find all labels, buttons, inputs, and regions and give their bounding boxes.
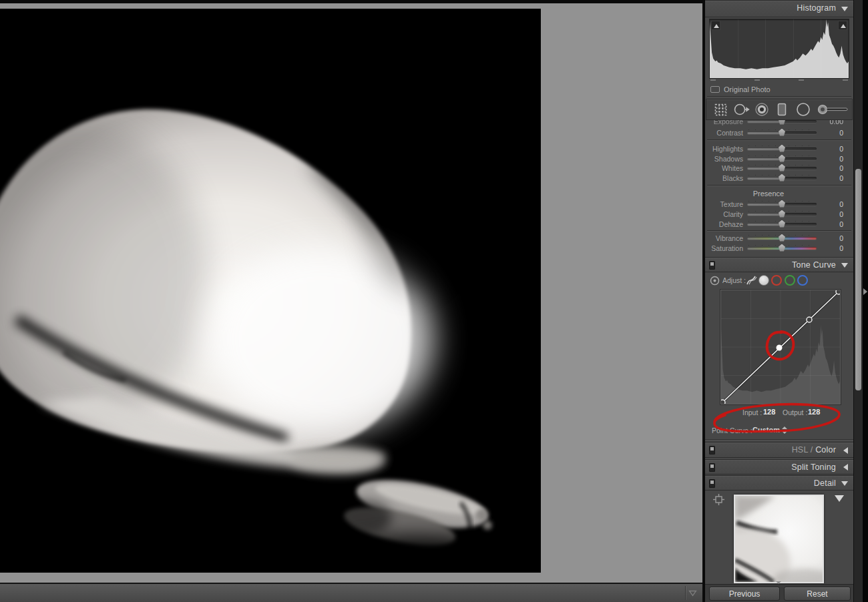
slider-knob[interactable]	[779, 155, 785, 162]
reset-button[interactable]: Reset	[784, 587, 851, 601]
blacks-slider[interactable]	[747, 177, 817, 180]
graduated-filter-icon[interactable]	[773, 99, 791, 119]
slider-knob[interactable]	[779, 220, 785, 228]
point-curve-dropdown-icon[interactable]	[781, 426, 787, 434]
split-toning-title: Split Toning	[791, 463, 836, 472]
point-curve-label: Point Curve :	[712, 426, 752, 434]
panel-toggle-switch[interactable]	[709, 446, 715, 455]
panel-toggle-switch[interactable]	[709, 261, 715, 270]
shadow-clipping-indicator[interactable]	[711, 21, 720, 30]
slider-knob[interactable]	[779, 120, 785, 125]
detail-zoom-preview[interactable]	[734, 495, 824, 583]
radial-filter-icon[interactable]	[795, 99, 812, 119]
scrollbar-thumb[interactable]	[855, 169, 861, 390]
chevron-down-icon[interactable]	[841, 481, 848, 486]
photo-figure	[0, 9, 541, 573]
develop-right-panel: Histogram Original Photo	[702, 0, 853, 602]
original-photo-row[interactable]: Original Photo	[710, 85, 771, 94]
whites-slider[interactable]	[747, 167, 817, 170]
targeted-adjustment-icon[interactable]	[710, 276, 720, 286]
dehaze-slider[interactable]	[747, 223, 817, 226]
panel-toggle-switch[interactable]	[709, 463, 715, 472]
chevron-down-icon[interactable]	[841, 7, 848, 11]
histogram-title: Histogram	[797, 3, 836, 13]
original-photo-label: Original Photo	[724, 85, 771, 93]
detail-preview-disclosure-icon[interactable]	[835, 495, 844, 502]
chevron-left-icon[interactable]	[843, 464, 848, 471]
slider-value[interactable]: 0	[817, 210, 853, 218]
adjustment-brush-icon[interactable]	[816, 99, 851, 119]
blacks-row: Blacks 0	[705, 173, 853, 183]
panel-toggle-switch[interactable]	[709, 479, 715, 488]
split-toning-panel-header[interactable]: Split Toning	[705, 459, 853, 475]
slider-value[interactable]: 0	[817, 174, 853, 182]
blue-channel-dot[interactable]	[797, 275, 808, 286]
curve-lines	[721, 290, 840, 404]
slider-value[interactable]: 0	[817, 234, 853, 242]
slider-label: Saturation	[705, 244, 743, 252]
slider-knob[interactable]	[779, 145, 785, 152]
hsl-color-panel-header[interactable]: HSL / Color	[705, 442, 853, 458]
red-eye-icon[interactable]	[753, 99, 771, 119]
slider-knob[interactable]	[779, 129, 785, 136]
output-label: Output :	[783, 408, 807, 416]
vibrance-slider[interactable]	[747, 237, 817, 240]
slider-value[interactable]: 0	[817, 244, 853, 252]
separator	[707, 139, 851, 141]
point-curve-row[interactable]: Point Curve : Custom	[705, 425, 853, 436]
slider-value[interactable]: 0	[817, 164, 853, 172]
contrast-row: Contrast 0	[705, 127, 853, 137]
exposure-slider[interactable]	[747, 120, 817, 123]
histogram-display[interactable]	[709, 19, 849, 79]
shadows-slider[interactable]	[747, 158, 817, 160]
highlights-slider[interactable]	[747, 147, 817, 150]
green-channel-dot[interactable]	[785, 275, 795, 286]
clarity-slider[interactable]	[747, 213, 817, 216]
slider-label: Highlights	[705, 145, 743, 153]
slider-value[interactable]: 0	[817, 145, 853, 153]
lightroom-develop-window: Histogram Original Photo	[0, 0, 868, 602]
previous-button[interactable]: Previous	[709, 587, 780, 601]
shadows-row: Shadows 0	[705, 154, 853, 164]
tone-curve-plot[interactable]	[720, 290, 841, 404]
saturation-row: Saturation 0	[705, 243, 853, 253]
main-photo[interactable]	[0, 9, 541, 573]
slider-knob[interactable]	[779, 244, 785, 252]
slider-value[interactable]: 0	[817, 200, 853, 208]
panel-scrollbar[interactable]	[853, 0, 863, 602]
saturation-slider[interactable]	[747, 247, 817, 250]
spot-removal-icon[interactable]	[732, 99, 750, 119]
input-label: Input :	[742, 408, 762, 416]
toolbar-options-chevron-icon[interactable]	[688, 590, 697, 597]
luminance-channel-dot[interactable]	[758, 275, 769, 286]
chevron-down-icon[interactable]	[841, 263, 848, 268]
point-curve-value[interactable]: Custom	[752, 426, 780, 434]
curve-point-midtone-selected[interactable]	[777, 345, 783, 351]
texture-slider[interactable]	[747, 203, 817, 206]
slider-value[interactable]: 0	[817, 155, 853, 163]
exposure-label: Exposure	[705, 120, 743, 125]
slider-knob[interactable]	[779, 234, 785, 242]
slider-knob[interactable]	[779, 164, 785, 172]
red-channel-dot[interactable]	[771, 275, 782, 286]
highlight-clipping-indicator[interactable]	[838, 21, 847, 30]
crop-overlay-icon[interactable]	[712, 99, 729, 119]
slider-value[interactable]: 0	[817, 220, 853, 228]
exposure-value[interactable]: 0.00	[817, 120, 853, 125]
slider-knob[interactable]	[779, 200, 785, 208]
curve-point-white[interactable]	[836, 290, 840, 294]
slider-knob[interactable]	[779, 174, 785, 182]
chevron-left-icon[interactable]	[843, 447, 848, 454]
curve-point-black[interactable]	[721, 400, 725, 404]
panel-collapse-arrow-icon[interactable]	[863, 288, 867, 295]
slider-knob[interactable]	[779, 210, 785, 218]
detail-zoom-picker-icon[interactable]	[713, 494, 724, 505]
curve-point-light[interactable]	[807, 317, 812, 322]
tone-curve-panel-header[interactable]: Tone Curve	[705, 257, 853, 272]
contrast-slider[interactable]	[747, 131, 817, 134]
histogram-panel-header[interactable]: Histogram	[705, 0, 853, 17]
detail-panel-header[interactable]: Detail	[705, 475, 853, 491]
parametric-curve-icon[interactable]	[745, 274, 757, 286]
slider-value[interactable]: 0	[817, 129, 853, 137]
clarity-row: Clarity 0	[705, 209, 853, 219]
